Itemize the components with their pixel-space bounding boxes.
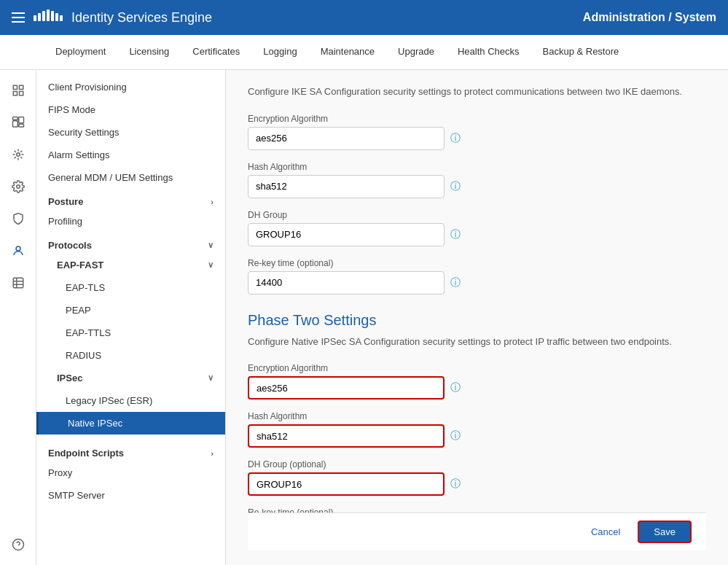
sidebar-icon-home[interactable] (5, 77, 31, 104)
form-group-hash-1: Hash Algorithm sha512 sha256 sha1 md5 ⓘ (248, 162, 706, 198)
cisco-logo (34, 9, 63, 26)
posture-chevron: › (211, 198, 214, 206)
select-hash-1[interactable]: sha512 sha256 sha1 md5 (248, 175, 445, 198)
cancel-button[interactable]: Cancel (582, 522, 629, 542)
breadcrumb: Administration / System (583, 11, 716, 24)
form-group-rekey-1: Re-key time (optional) ⓘ (248, 258, 706, 295)
nav-maintenance[interactable]: Maintenance (309, 35, 386, 69)
nav-backup-restore[interactable]: Backup & Restore (531, 35, 631, 69)
svg-rect-5 (55, 13, 58, 21)
label-hash-2: Hash Algorithm (248, 411, 706, 421)
menu-fips-mode[interactable]: FIPS Mode (36, 98, 225, 121)
sidebar-icon-help[interactable] (5, 531, 31, 558)
main-layout: Client Provisioning FIPS Mode Security S… (0, 70, 728, 565)
sidebar-icon-dashboard[interactable] (5, 109, 31, 136)
info-icon-dh-2[interactable]: ⓘ (450, 478, 461, 491)
menu-section-protocols[interactable]: Protocols ∨ (36, 233, 225, 254)
form-group-encryption-2: Encryption Algorithm aes256 aes128 3des … (248, 363, 706, 400)
input-rekey-1[interactable] (248, 271, 445, 295)
footer-bar: Cancel Save (248, 513, 706, 550)
svg-rect-1 (38, 13, 41, 21)
sidebar-icon-policy[interactable] (5, 206, 31, 232)
select-encryption-1[interactable]: aes256 aes128 3des (248, 127, 445, 150)
menu-security-settings[interactable]: Security Settings (36, 121, 225, 144)
form-group-dh-2: DH Group (optional) GROUP16 GROUP14 GROU… (248, 459, 706, 496)
svg-rect-12 (18, 117, 23, 123)
svg-rect-11 (12, 117, 17, 120)
nav-health-checks[interactable]: Health Checks (446, 35, 531, 69)
menu-radius[interactable]: RADIUS (36, 344, 225, 367)
select-wrapper-encryption-1: aes256 aes128 3des ⓘ (248, 127, 706, 150)
top-bar-left: Identity Services Engine (12, 9, 212, 26)
svg-rect-8 (19, 85, 23, 89)
label-encryption-2: Encryption Algorithm (248, 363, 706, 373)
protocols-label: Protocols (48, 240, 92, 251)
nav-licensing[interactable]: Licensing (117, 35, 181, 69)
sidebar-icon-settings[interactable] (5, 174, 31, 200)
menu-proxy[interactable]: Proxy (36, 461, 225, 484)
menu-native-ipsec[interactable]: Native IPSec (36, 412, 225, 435)
svg-rect-7 (13, 85, 17, 89)
sidebar-icon-analytics[interactable] (5, 141, 31, 168)
label-dh-2: DH Group (optional) (248, 459, 706, 469)
label-hash-1: Hash Algorithm (248, 162, 706, 172)
svg-point-17 (16, 246, 20, 251)
nav-certificates[interactable]: Certificates (181, 35, 251, 69)
svg-rect-3 (47, 9, 50, 21)
svg-rect-4 (51, 11, 54, 21)
menu-client-provisioning[interactable]: Client Provisioning (36, 76, 225, 98)
menu-section-posture[interactable]: Posture › (36, 189, 225, 210)
info-icon-rekey-1[interactable]: ⓘ (450, 276, 461, 289)
nav-upgrade[interactable]: Upgrade (386, 35, 446, 69)
form-group-encryption-1: Encryption Algorithm aes256 aes128 3des … (248, 114, 706, 150)
menu-section-endpoint-scripts[interactable]: Endpoint Scripts › (36, 440, 225, 461)
eap-fast-label: EAP-FAST (57, 260, 103, 270)
svg-rect-6 (60, 15, 63, 21)
endpoint-scripts-label: Endpoint Scripts (48, 448, 124, 459)
menu-alarm-settings[interactable]: Alarm Settings (36, 144, 225, 166)
select-dh-2[interactable]: GROUP16 GROUP14 GROUP5 GROUP2 (248, 472, 445, 496)
nav-deployment[interactable]: Deployment (44, 35, 117, 69)
menu-smtp-server[interactable]: SMTP Server (36, 484, 225, 507)
select-dh-1[interactable]: GROUP16 GROUP14 GROUP5 GROUP2 (248, 223, 445, 246)
menu-legacy-ipsec[interactable]: Legacy IPSec (ESR) (36, 389, 225, 412)
info-icon-encryption-1[interactable]: ⓘ (450, 132, 461, 145)
endpoint-scripts-chevron: › (211, 449, 214, 458)
icon-sidebar (0, 70, 36, 565)
phase-one-description: Configure IKE SA Configuration security … (248, 85, 706, 99)
menu-general-mdm[interactable]: General MDM / UEM Settings (36, 166, 225, 189)
select-hash-2[interactable]: sha512 sha256 sha1 md5 (248, 424, 445, 448)
label-rekey-1: Re-key time (optional) (248, 258, 706, 268)
svg-rect-18 (13, 278, 23, 288)
save-button[interactable]: Save (638, 521, 692, 543)
info-icon-encryption-2[interactable]: ⓘ (450, 381, 461, 394)
sidebar-icon-admin[interactable] (5, 238, 31, 264)
menu-subsection-ipsec[interactable]: IPSec ∨ (36, 367, 225, 389)
svg-rect-13 (12, 121, 17, 127)
info-icon-hash-2[interactable]: ⓘ (450, 429, 461, 443)
phase-two-title: Phase Two Settings (248, 312, 706, 329)
nav-logging[interactable]: Logging (251, 35, 308, 69)
info-icon-hash-1[interactable]: ⓘ (450, 180, 461, 193)
ipsec-label: IPSec (57, 373, 82, 383)
menu-eap-ttls[interactable]: EAP-TTLS (36, 322, 225, 344)
form-group-hash-2: Hash Algorithm sha512 sha256 sha1 md5 ⓘ (248, 411, 706, 448)
info-icon-dh-1[interactable]: ⓘ (450, 228, 461, 241)
svg-rect-14 (18, 124, 23, 127)
protocols-chevron: ∨ (208, 241, 214, 250)
app-title: Identity Services Engine (71, 10, 212, 26)
menu-profiling[interactable]: Profiling (36, 210, 225, 233)
svg-point-16 (16, 185, 20, 189)
select-wrapper-encryption-2: aes256 aes128 3des ⓘ (248, 376, 706, 400)
second-nav: Deployment Licensing Certificates Loggin… (0, 35, 728, 70)
menu-peap[interactable]: PEAP (36, 299, 225, 322)
svg-rect-10 (19, 92, 23, 96)
left-menu: Client Provisioning FIPS Mode Security S… (36, 70, 226, 565)
menu-eap-tls[interactable]: EAP-TLS (36, 276, 225, 299)
menu-subsection-eap-fast[interactable]: EAP-FAST ∨ (36, 254, 225, 276)
ipsec-chevron: ∨ (208, 373, 214, 383)
sidebar-icon-reports[interactable] (5, 270, 31, 296)
svg-point-15 (16, 153, 20, 157)
select-encryption-2[interactable]: aes256 aes128 3des (248, 376, 445, 400)
hamburger-menu[interactable] (12, 12, 25, 23)
